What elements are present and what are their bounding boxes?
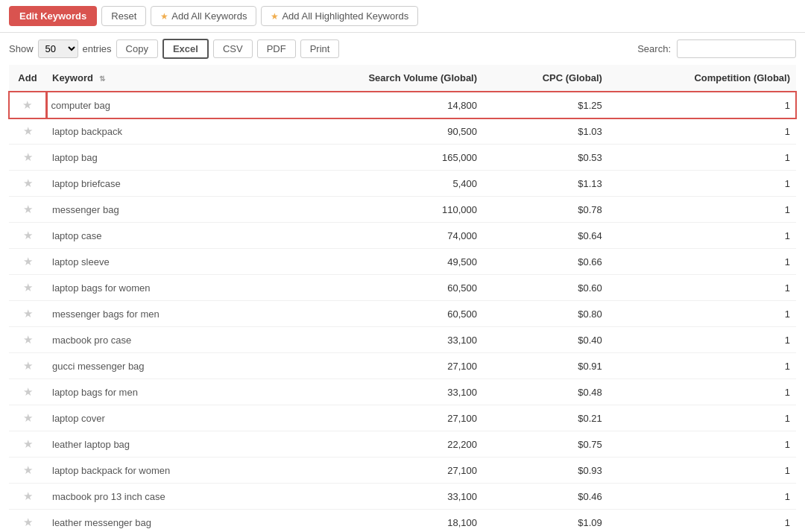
star-button[interactable]: ★ (23, 203, 33, 216)
table-row: ★macbook pro 13 inch case33,100$0.461 (9, 484, 796, 510)
table-row: ★laptop case74,000$0.641 (9, 223, 796, 249)
csv-button[interactable]: CSV (213, 39, 253, 58)
competition-cell: 1 (608, 431, 796, 457)
table-row: ★laptop backpack90,500$1.031 (9, 118, 796, 145)
search-label: Search: (637, 43, 671, 54)
search-input[interactable] (677, 39, 796, 58)
toolbar: Edit Keywords Reset ★ Add All Keywords ★… (0, 0, 805, 33)
table-row: ★gucci messenger bag27,100$0.911 (9, 353, 796, 379)
search-volume-cell: 14,800 (273, 92, 483, 118)
search-volume-cell: 33,100 (273, 327, 483, 353)
keyword-cell: laptop bag (46, 145, 273, 171)
add-all-keywords-button[interactable]: ★ Add All Keywords (151, 6, 256, 26)
table-row: ★messenger bag110,000$0.781 (9, 197, 796, 223)
cpc-cell: $0.66 (483, 249, 608, 275)
competition-cell: 1 (608, 249, 796, 275)
add-cell: ★ (9, 327, 46, 353)
keyword-cell: laptop bags for women (46, 275, 273, 301)
add-all-highlighted-label: Add All Highlighted Keywords (282, 10, 408, 22)
show-label: Show (9, 43, 34, 54)
edit-keywords-button[interactable]: Edit Keywords (9, 6, 97, 26)
star-button[interactable]: ★ (23, 255, 33, 268)
cpc-cell: $1.03 (483, 118, 608, 145)
col-header-keyword[interactable]: Keyword ⇅ (46, 65, 273, 92)
copy-button[interactable]: Copy (116, 39, 158, 58)
star-button[interactable]: ★ (23, 385, 33, 399)
star-icon-add-all: ★ (160, 11, 168, 22)
table-row: ★leather messenger bag18,100$1.091 (9, 510, 796, 533)
add-cell: ★ (9, 118, 46, 145)
keyword-cell: messenger bag (46, 197, 273, 223)
search-volume-cell: 90,500 (273, 118, 483, 145)
reset-button[interactable]: Reset (101, 6, 146, 26)
add-all-keywords-label: Add All Keywords (171, 10, 247, 22)
competition-cell: 1 (608, 197, 796, 223)
add-all-highlighted-button[interactable]: ★ Add All Highlighted Keywords (261, 6, 418, 26)
table-row: ★laptop cover27,100$0.211 (9, 405, 796, 431)
star-button[interactable]: ★ (23, 411, 33, 425)
star-button[interactable]: ★ (23, 516, 33, 529)
search-volume-cell: 165,000 (273, 145, 483, 171)
star-button[interactable]: ★ (23, 333, 33, 346)
cpc-cell: $0.60 (483, 275, 608, 301)
star-button[interactable]: ★ (23, 124, 33, 138)
table-row: ★laptop bags for men33,100$0.481 (9, 379, 796, 405)
print-button[interactable]: Print (300, 39, 340, 58)
keyword-cell: laptop bags for men (46, 379, 273, 405)
pdf-button[interactable]: PDF (257, 39, 296, 58)
competition-cell: 1 (608, 301, 796, 327)
search-volume-cell: 60,500 (273, 275, 483, 301)
search-volume-cell: 22,200 (273, 431, 483, 457)
cpc-cell: $0.93 (483, 457, 608, 484)
cpc-cell: $0.64 (483, 223, 608, 249)
cpc-cell: $1.09 (483, 510, 608, 533)
star-button[interactable]: ★ (23, 151, 33, 164)
add-cell: ★ (9, 301, 46, 327)
star-button[interactable]: ★ (23, 463, 33, 477)
reset-label: Reset (111, 10, 136, 22)
add-cell: ★ (9, 145, 46, 171)
star-button[interactable]: ★ (23, 281, 33, 294)
add-cell: ★ (9, 275, 46, 301)
competition-cell: 1 (608, 118, 796, 145)
competition-cell: 1 (608, 457, 796, 484)
star-button[interactable]: ★ (23, 437, 33, 451)
star-button[interactable]: ★ (23, 177, 33, 190)
cpc-cell: $0.40 (483, 327, 608, 353)
keyword-cell: macbook pro case (46, 327, 273, 353)
add-cell: ★ (9, 249, 46, 275)
keyword-cell: leather laptop bag (46, 431, 273, 457)
add-cell: ★ (9, 223, 46, 249)
cpc-cell: $1.25 (483, 92, 608, 118)
cpc-cell: $0.46 (483, 484, 608, 510)
sort-icon-keyword: ⇅ (99, 75, 105, 83)
star-button[interactable]: ★ (23, 307, 33, 320)
star-button[interactable]: ★ (23, 490, 33, 503)
search-volume-cell: 5,400 (273, 171, 483, 197)
excel-button[interactable]: Excel (162, 39, 209, 59)
add-cell: ★ (9, 92, 46, 118)
keyword-cell: laptop backpack (46, 118, 273, 145)
competition-cell: 1 (608, 275, 796, 301)
star-button[interactable]: ★ (23, 229, 33, 242)
cpc-cell: $0.80 (483, 301, 608, 327)
keyword-cell: laptop backpack for women (46, 457, 273, 484)
competition-cell: 1 (608, 510, 796, 533)
col-header-add: Add (9, 65, 46, 92)
competition-cell: 1 (608, 327, 796, 353)
table-row: ★laptop briefcase5,400$1.131 (9, 171, 796, 197)
table-row: ★leather laptop bag22,200$0.751 (9, 431, 796, 457)
col-header-search-volume[interactable]: Search Volume (Global) (273, 65, 483, 92)
add-cell: ★ (9, 405, 46, 431)
star-button[interactable]: ★ (22, 98, 32, 112)
col-header-competition[interactable]: Competition (Global) (608, 65, 796, 92)
add-cell: ★ (9, 431, 46, 457)
search-volume-cell: 74,000 (273, 223, 483, 249)
search-volume-cell: 110,000 (273, 197, 483, 223)
col-header-cpc[interactable]: CPC (Global) (483, 65, 608, 92)
cpc-cell: $0.91 (483, 353, 608, 379)
search-volume-cell: 33,100 (273, 379, 483, 405)
entries-select[interactable]: 50 25 100 (38, 39, 78, 58)
add-cell: ★ (9, 457, 46, 484)
star-button[interactable]: ★ (23, 359, 33, 373)
